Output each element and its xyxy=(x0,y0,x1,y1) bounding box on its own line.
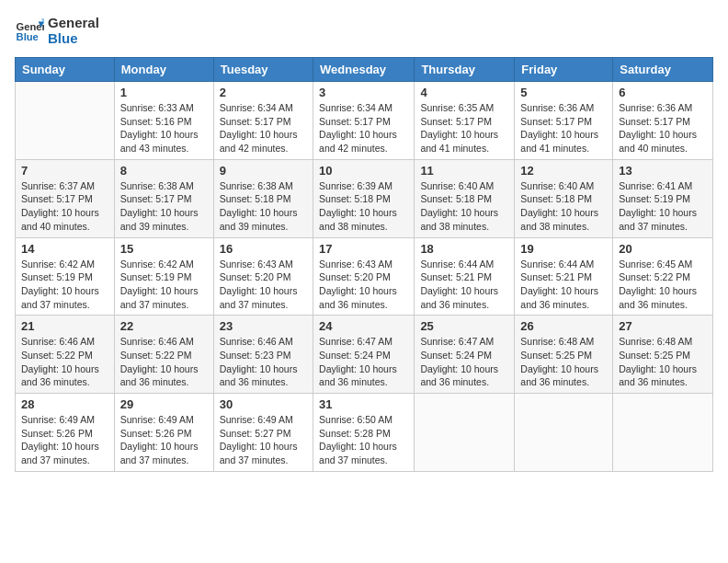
day-info: Sunrise: 6:43 AM Sunset: 5:20 PM Dayligh… xyxy=(319,258,408,312)
day-number: 17 xyxy=(319,242,408,256)
day-number: 18 xyxy=(420,242,508,256)
calendar-week-4: 21Sunrise: 6:46 AM Sunset: 5:22 PM Dayli… xyxy=(16,316,713,394)
day-info: Sunrise: 6:43 AM Sunset: 5:20 PM Dayligh… xyxy=(220,258,307,312)
day-number: 13 xyxy=(619,164,707,178)
header-friday: Friday xyxy=(515,58,613,82)
day-info: Sunrise: 6:41 AM Sunset: 5:19 PM Dayligh… xyxy=(619,179,707,234)
calendar-cell: 14Sunrise: 6:42 AM Sunset: 5:19 PM Dayli… xyxy=(16,237,115,316)
day-info: Sunrise: 6:36 AM Sunset: 5:17 PM Dayligh… xyxy=(619,101,707,155)
day-info: Sunrise: 6:40 AM Sunset: 5:18 PM Dayligh… xyxy=(420,179,508,234)
svg-text:Blue: Blue xyxy=(17,31,39,42)
header-saturday: Saturday xyxy=(613,58,713,82)
day-info: Sunrise: 6:40 AM Sunset: 5:18 PM Dayligh… xyxy=(520,179,607,234)
day-info: Sunrise: 6:46 AM Sunset: 5:22 PM Dayligh… xyxy=(120,335,208,389)
day-number: 28 xyxy=(21,397,108,411)
day-info: Sunrise: 6:49 AM Sunset: 5:26 PM Dayligh… xyxy=(21,413,108,467)
day-info: Sunrise: 6:47 AM Sunset: 5:24 PM Dayligh… xyxy=(420,335,508,389)
day-number: 11 xyxy=(420,164,508,178)
day-number: 27 xyxy=(619,319,707,333)
day-info: Sunrise: 6:37 AM Sunset: 5:17 PM Dayligh… xyxy=(21,179,108,234)
day-number: 3 xyxy=(319,86,408,99)
calendar-cell: 11Sunrise: 6:40 AM Sunset: 5:18 PM Dayli… xyxy=(415,159,515,237)
calendar-cell: 18Sunrise: 6:44 AM Sunset: 5:21 PM Dayli… xyxy=(415,237,515,316)
day-info: Sunrise: 6:34 AM Sunset: 5:17 PM Dayligh… xyxy=(220,101,307,155)
calendar-header-row: SundayMondayTuesdayWednesdayThursdayFrid… xyxy=(16,58,713,82)
day-number: 8 xyxy=(120,164,208,178)
calendar-cell: 6Sunrise: 6:36 AM Sunset: 5:17 PM Daylig… xyxy=(613,82,713,160)
day-number: 6 xyxy=(619,86,707,99)
calendar-cell: 10Sunrise: 6:39 AM Sunset: 5:18 PM Dayli… xyxy=(313,159,415,237)
day-number: 9 xyxy=(220,164,307,178)
calendar-cell: 27Sunrise: 6:48 AM Sunset: 5:25 PM Dayli… xyxy=(613,316,713,394)
calendar-cell: 5Sunrise: 6:36 AM Sunset: 5:17 PM Daylig… xyxy=(515,82,613,160)
calendar-week-5: 28Sunrise: 6:49 AM Sunset: 5:26 PM Dayli… xyxy=(16,394,713,472)
day-info: Sunrise: 6:42 AM Sunset: 5:19 PM Dayligh… xyxy=(120,258,208,312)
day-number: 29 xyxy=(120,397,208,411)
calendar-cell: 25Sunrise: 6:47 AM Sunset: 5:24 PM Dayli… xyxy=(415,316,515,394)
calendar-cell: 20Sunrise: 6:45 AM Sunset: 5:22 PM Dayli… xyxy=(613,237,713,316)
day-number: 1 xyxy=(120,86,208,99)
calendar-cell xyxy=(515,394,613,472)
day-info: Sunrise: 6:49 AM Sunset: 5:27 PM Dayligh… xyxy=(220,413,307,467)
day-info: Sunrise: 6:48 AM Sunset: 5:25 PM Dayligh… xyxy=(619,335,707,389)
day-info: Sunrise: 6:33 AM Sunset: 5:16 PM Dayligh… xyxy=(120,101,208,155)
day-info: Sunrise: 6:42 AM Sunset: 5:19 PM Dayligh… xyxy=(21,258,108,312)
day-number: 26 xyxy=(520,319,607,333)
calendar-cell: 15Sunrise: 6:42 AM Sunset: 5:19 PM Dayli… xyxy=(114,237,213,316)
calendar-week-1: 1Sunrise: 6:33 AM Sunset: 5:16 PM Daylig… xyxy=(16,82,713,160)
day-number: 2 xyxy=(220,86,307,99)
calendar-cell xyxy=(415,394,515,472)
calendar-cell: 1Sunrise: 6:33 AM Sunset: 5:16 PM Daylig… xyxy=(114,82,213,160)
day-info: Sunrise: 6:49 AM Sunset: 5:26 PM Dayligh… xyxy=(120,413,208,467)
calendar-cell: 19Sunrise: 6:44 AM Sunset: 5:21 PM Dayli… xyxy=(515,237,613,316)
calendar-cell: 30Sunrise: 6:49 AM Sunset: 5:27 PM Dayli… xyxy=(213,394,313,472)
logo-blue: Blue xyxy=(48,30,99,46)
calendar-week-3: 14Sunrise: 6:42 AM Sunset: 5:19 PM Dayli… xyxy=(16,237,713,316)
logo-general: General xyxy=(48,15,99,30)
day-info: Sunrise: 6:36 AM Sunset: 5:17 PM Dayligh… xyxy=(520,101,607,155)
day-number: 24 xyxy=(319,319,408,333)
calendar-cell xyxy=(613,394,713,472)
calendar-cell: 9Sunrise: 6:38 AM Sunset: 5:18 PM Daylig… xyxy=(213,159,313,237)
header-monday: Monday xyxy=(114,58,213,82)
day-info: Sunrise: 6:48 AM Sunset: 5:25 PM Dayligh… xyxy=(520,335,607,389)
day-number: 23 xyxy=(220,319,307,333)
day-info: Sunrise: 6:35 AM Sunset: 5:17 PM Dayligh… xyxy=(420,101,508,155)
day-info: Sunrise: 6:46 AM Sunset: 5:22 PM Dayligh… xyxy=(21,335,108,389)
day-info: Sunrise: 6:45 AM Sunset: 5:22 PM Dayligh… xyxy=(619,258,707,312)
calendar-cell xyxy=(16,82,115,160)
day-info: Sunrise: 6:44 AM Sunset: 5:21 PM Dayligh… xyxy=(420,258,508,312)
calendar-cell: 8Sunrise: 6:38 AM Sunset: 5:17 PM Daylig… xyxy=(114,159,213,237)
header-sunday: Sunday xyxy=(16,58,115,82)
day-number: 15 xyxy=(120,242,208,256)
day-info: Sunrise: 6:47 AM Sunset: 5:24 PM Dayligh… xyxy=(319,335,408,389)
day-info: Sunrise: 6:44 AM Sunset: 5:21 PM Dayligh… xyxy=(520,258,607,312)
day-number: 30 xyxy=(220,397,307,411)
day-number: 21 xyxy=(21,319,108,333)
day-number: 14 xyxy=(21,242,108,256)
calendar-cell: 22Sunrise: 6:46 AM Sunset: 5:22 PM Dayli… xyxy=(114,316,213,394)
calendar-cell: 28Sunrise: 6:49 AM Sunset: 5:26 PM Dayli… xyxy=(16,394,115,472)
calendar: SundayMondayTuesdayWednesdayThursdayFrid… xyxy=(15,57,713,472)
day-number: 4 xyxy=(420,86,508,99)
calendar-cell: 29Sunrise: 6:49 AM Sunset: 5:26 PM Dayli… xyxy=(114,394,213,472)
calendar-cell: 23Sunrise: 6:46 AM Sunset: 5:23 PM Dayli… xyxy=(213,316,313,394)
day-number: 12 xyxy=(520,164,607,178)
page-header: General Blue General Blue xyxy=(15,15,713,46)
day-number: 16 xyxy=(220,242,307,256)
day-number: 25 xyxy=(420,319,508,333)
calendar-cell: 26Sunrise: 6:48 AM Sunset: 5:25 PM Dayli… xyxy=(515,316,613,394)
day-number: 20 xyxy=(619,242,707,256)
day-info: Sunrise: 6:38 AM Sunset: 5:18 PM Dayligh… xyxy=(220,179,307,234)
header-tuesday: Tuesday xyxy=(213,58,313,82)
calendar-cell: 2Sunrise: 6:34 AM Sunset: 5:17 PM Daylig… xyxy=(213,82,313,160)
calendar-week-2: 7Sunrise: 6:37 AM Sunset: 5:17 PM Daylig… xyxy=(16,159,713,237)
day-number: 5 xyxy=(520,86,607,99)
day-info: Sunrise: 6:39 AM Sunset: 5:18 PM Dayligh… xyxy=(319,179,408,234)
calendar-cell: 17Sunrise: 6:43 AM Sunset: 5:20 PM Dayli… xyxy=(313,237,415,316)
day-number: 31 xyxy=(319,397,408,411)
day-info: Sunrise: 6:50 AM Sunset: 5:28 PM Dayligh… xyxy=(319,413,408,467)
calendar-cell: 21Sunrise: 6:46 AM Sunset: 5:22 PM Dayli… xyxy=(16,316,115,394)
day-number: 10 xyxy=(319,164,408,178)
header-wednesday: Wednesday xyxy=(313,58,415,82)
